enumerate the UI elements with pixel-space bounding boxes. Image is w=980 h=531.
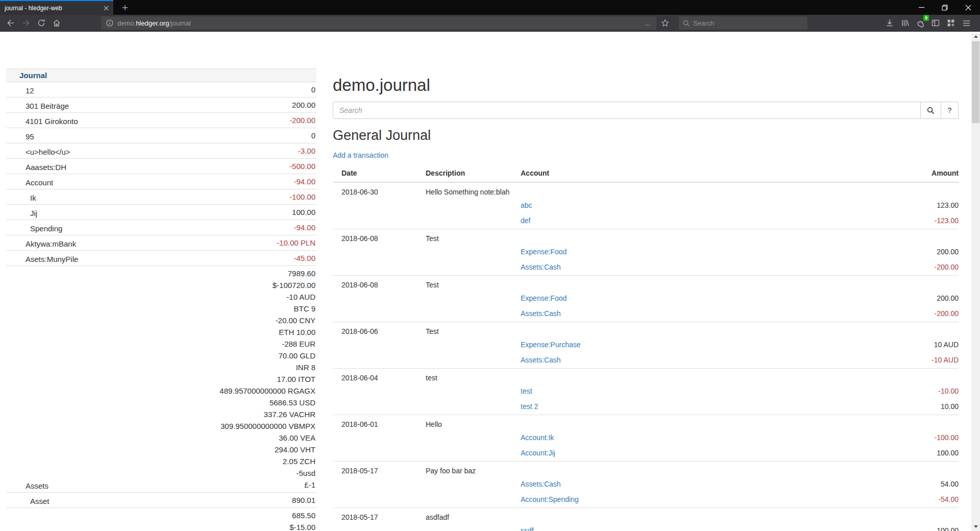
sidebar-account-name[interactable]: 12 xyxy=(6,82,139,98)
sidebar-account-balance: 0 xyxy=(139,128,316,143)
sidebar-account-name[interactable]: Asset xyxy=(6,493,139,508)
sidebar-account-balance: -94.00 xyxy=(139,220,316,235)
sidebar-account-balance: -94.00 xyxy=(139,174,316,189)
posting-account-link[interactable]: ssdf xyxy=(521,526,534,531)
journal-search-form: ? xyxy=(333,102,959,119)
spacer-cell xyxy=(426,291,521,306)
browser-tab[interactable]: journal - hledger-web xyxy=(0,0,113,15)
window-minimize-button[interactable] xyxy=(910,0,933,15)
sidebar: Journal 120301 Beiträge200.004101 Giroko… xyxy=(6,68,316,531)
sidebars-icon[interactable] xyxy=(928,16,943,30)
page-actions-icon[interactable]: … xyxy=(644,19,651,27)
quick-search-bar[interactable]: Search xyxy=(679,16,807,30)
transaction-description: Test xyxy=(426,276,521,292)
forward-button[interactable] xyxy=(18,16,34,30)
posting-account-link[interactable]: def xyxy=(521,216,530,225)
posting-account-link[interactable]: test xyxy=(521,387,532,395)
spacer-cell xyxy=(333,399,426,415)
scrollbar-down-icon[interactable] xyxy=(971,522,980,531)
transaction-date: 2018-06-01 xyxy=(333,415,426,431)
site-info-icon[interactable] xyxy=(106,19,113,27)
sidebar-account-name[interactable]: Aaasets:DH xyxy=(6,159,139,174)
column-header-date: Date xyxy=(333,165,426,182)
url-bar[interactable]: demo.hledger.org/journal … xyxy=(101,16,656,30)
window-close-button[interactable] xyxy=(957,0,980,15)
posting-account-link[interactable]: Expense:Food xyxy=(521,294,567,302)
spacer-cell xyxy=(841,462,959,477)
sidebar-account-name[interactable]: Account xyxy=(6,174,139,189)
spacer-cell xyxy=(521,182,841,198)
tab-close-icon[interactable] xyxy=(104,6,109,11)
sidebar-account-name[interactable]: Asets:MunyPile xyxy=(6,251,139,266)
sidebar-account-name[interactable]: Assets xyxy=(6,266,139,493)
posting-account-link[interactable]: Expense:Purchase xyxy=(521,341,581,349)
spacer-cell xyxy=(426,523,521,531)
sidebar-account-balance: 0 xyxy=(139,82,316,98)
new-tab-button[interactable] xyxy=(118,2,132,13)
posting-row: test 210.00 xyxy=(333,399,959,415)
posting-account-link[interactable]: Expense:Food xyxy=(521,248,567,256)
page-content: Journal 120301 Beiträge200.004101 Giroko… xyxy=(0,32,971,531)
extension-icon[interactable]: 0 xyxy=(913,16,928,30)
search-help-button[interactable]: ? xyxy=(941,102,959,119)
add-transaction-link[interactable]: Add a transaction xyxy=(333,151,388,159)
transaction-row[interactable]: 2018-06-08Test xyxy=(333,276,959,292)
window-restore-button[interactable] xyxy=(933,0,957,15)
spacer-cell xyxy=(426,384,521,399)
sidebar-account-name[interactable]: 4101 Girokonto xyxy=(6,113,139,128)
scrollbar-thumb[interactable] xyxy=(972,41,979,123)
posting-account-link[interactable]: Assets:Cash xyxy=(521,309,561,318)
sidebar-account-name[interactable]: Spending xyxy=(6,220,139,235)
spacer-cell xyxy=(333,477,426,492)
posting-amount: -10.00 xyxy=(841,384,959,399)
sidebar-account-row: 301 Beiträge200.00 xyxy=(6,98,316,113)
sidebar-account-name[interactable]: Aktywa:mBank xyxy=(6,235,139,251)
sidebar-account-name[interactable]: Ik xyxy=(6,189,139,205)
posting-account-link[interactable]: Assets:Cash xyxy=(521,263,561,271)
download-icon[interactable] xyxy=(882,16,897,30)
sidebar-journal-link[interactable]: Journal xyxy=(19,71,47,80)
posting-amount: -123.00 xyxy=(841,213,959,229)
spacer-cell xyxy=(841,182,959,198)
bookmark-star-icon[interactable] xyxy=(657,16,673,30)
spacer-cell xyxy=(333,306,426,322)
sidebar-account-balance: -10.00 PLN xyxy=(139,235,316,251)
sidebar-account-name[interactable]: 95 xyxy=(6,128,139,143)
posting-account-link[interactable]: Assets:Cash xyxy=(521,480,561,488)
reload-button[interactable] xyxy=(34,16,49,30)
page-scrollbar[interactable] xyxy=(971,32,980,531)
apps-grid-icon[interactable] xyxy=(943,16,959,30)
home-button[interactable] xyxy=(49,16,64,30)
transaction-row[interactable]: 2018-06-06Test xyxy=(333,322,959,338)
posting-row: def-123.00 xyxy=(333,213,959,229)
sidebar-account-name[interactable]: Cash xyxy=(6,508,139,531)
back-button[interactable] xyxy=(3,16,18,30)
sidebar-account-name[interactable]: <u>hello</u> xyxy=(6,143,139,159)
spacer-cell xyxy=(426,198,521,213)
transaction-row[interactable]: 2018-06-30Hello Something note:blah xyxy=(333,182,959,198)
posting-account-cell: Assets:Cash xyxy=(521,260,841,276)
scrollbar-up-icon[interactable] xyxy=(971,32,980,41)
transaction-row[interactable]: 2018-06-04test xyxy=(333,369,959,384)
posting-amount: 10 AUD xyxy=(841,337,959,353)
transaction-row[interactable]: 2018-05-17Pay foo bar baz xyxy=(333,462,959,477)
posting-account-link[interactable]: Account:Ik xyxy=(521,433,554,442)
spacer-cell xyxy=(841,276,959,292)
spacer-cell xyxy=(841,508,959,524)
posting-account-link[interactable]: Account:Spending xyxy=(521,495,579,503)
menu-hamburger-icon[interactable] xyxy=(959,16,974,30)
journal-search-input[interactable] xyxy=(333,102,921,119)
posting-account-link[interactable]: Account:Jij xyxy=(521,449,555,457)
posting-amount: 123.00 xyxy=(841,198,959,213)
transaction-row[interactable]: 2018-06-01Hello xyxy=(333,415,959,431)
sidebar-account-name[interactable]: 301 Beiträge xyxy=(6,98,139,113)
posting-account-link[interactable]: Assets:Cash xyxy=(521,356,561,364)
spacer-cell xyxy=(333,213,426,229)
posting-account-link[interactable]: abc xyxy=(521,201,532,209)
library-icon[interactable] xyxy=(897,16,913,30)
posting-account-link[interactable]: test 2 xyxy=(521,402,538,411)
journal-search-button[interactable] xyxy=(921,102,941,119)
sidebar-account-name[interactable]: Jij xyxy=(6,205,139,220)
transaction-row[interactable]: 2018-05-17asdfadf xyxy=(333,508,959,524)
transaction-row[interactable]: 2018-06-08Test xyxy=(333,229,959,245)
